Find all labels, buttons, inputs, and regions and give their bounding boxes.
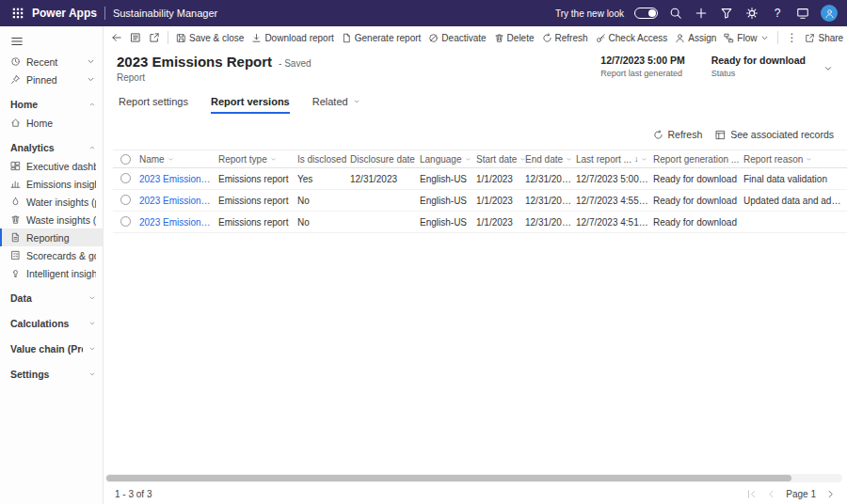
app-launcher-icon[interactable] — [6, 0, 30, 26]
button-label: Delete — [507, 33, 535, 43]
horizontal-scrollbar[interactable] — [105, 474, 842, 482]
tab-report-versions[interactable]: Report versions — [211, 90, 290, 114]
search-icon[interactable] — [668, 0, 683, 26]
column-header-language[interactable]: Language — [420, 154, 476, 165]
sidebar-item-recent[interactable]: Recent — [0, 53, 103, 71]
sidebar-item-waste-insights[interactable]: Waste insights (previ... — [0, 211, 103, 228]
row-select-radio[interactable] — [120, 195, 131, 205]
sidebar-group-value-chain[interactable]: Value chain (Preview) — [0, 339, 103, 358]
cell-start-date: 1/1/2023 — [476, 217, 525, 228]
command-bar: Save & close Download report Generate re… — [104, 26, 847, 47]
tab-label: Report settings — [119, 96, 188, 107]
previous-page-icon[interactable] — [766, 489, 776, 499]
column-header-report-reason[interactable]: Report reason — [743, 154, 847, 165]
refresh-button[interactable]: Refresh — [538, 28, 592, 47]
column-label: Language — [420, 154, 462, 165]
sidebar-item-water-insights[interactable]: Water insights (previ... — [0, 193, 103, 211]
delete-icon — [494, 33, 504, 43]
column-label: Report type — [218, 154, 267, 165]
header-collapse-chevron-icon[interactable] — [823, 54, 834, 83]
help-icon[interactable]: ? — [770, 0, 785, 26]
back-icon[interactable] — [107, 28, 126, 47]
grid-refresh-button[interactable]: Refresh — [653, 129, 703, 140]
sidebar-item-pinned[interactable]: Pinned — [0, 71, 103, 88]
topbar: Power Apps Sustainability Manager Try th… — [0, 0, 847, 26]
sidebar-item-intelligent-insights[interactable]: Intelligent insights (p... — [0, 264, 103, 282]
table-row[interactable]: 2023 Emissions Report Emissions report Y… — [113, 168, 847, 190]
generate-report-button[interactable]: Generate report — [338, 28, 425, 47]
cell-report-type: Emissions report — [218, 196, 297, 206]
next-page-icon[interactable] — [825, 489, 836, 499]
sidebar-item-reporting[interactable]: Reporting — [0, 228, 103, 246]
account-avatar[interactable] — [821, 5, 838, 22]
filter-icon[interactable] — [719, 0, 734, 26]
tab-related[interactable]: Related — [312, 90, 360, 114]
sidebar-group-label: Data — [10, 292, 83, 304]
table-row[interactable]: 2023 Emissions Report Emissions report N… — [113, 212, 847, 233]
assign-button[interactable]: Assign — [671, 28, 720, 47]
droplet-icon — [10, 197, 21, 207]
row-select-radio[interactable] — [120, 216, 131, 227]
flow-button[interactable]: Flow — [720, 28, 774, 47]
cell-name-link[interactable]: 2023 Emissions Report — [139, 196, 218, 206]
cell-report-type: Emissions report — [218, 174, 297, 184]
sidebar-item-home[interactable]: Home — [0, 114, 103, 132]
cell-name-link[interactable]: 2023 Emissions Report — [139, 217, 218, 228]
sidebar-group-home[interactable]: Home — [0, 95, 103, 114]
column-header-report-type[interactable]: Report type — [218, 154, 297, 165]
column-header-end-date[interactable]: End date — [525, 154, 576, 165]
more-commands-icon[interactable]: ⋮ — [782, 28, 801, 47]
sidebar-group-label: Analytics — [10, 142, 83, 153]
share-button[interactable]: Share — [801, 28, 847, 47]
column-header-last-report[interactable]: Last report ... ↓ — [576, 154, 653, 165]
column-header-is-disclosed[interactable]: Is disclosed — [297, 154, 350, 165]
download-report-button[interactable]: Download report — [248, 28, 337, 47]
sidebar-group-settings[interactable]: Settings — [0, 365, 103, 384]
cell-last-report: 12/7/2023 4:55 PM — [576, 196, 653, 206]
delete-button[interactable]: Delete — [490, 28, 538, 47]
cell-name-link[interactable]: 2023 Emissions Report — [139, 174, 218, 184]
deactivate-icon — [428, 33, 439, 43]
sidebar-item-label: Water insights (previ... — [26, 197, 96, 208]
deactivate-button[interactable]: Deactivate — [424, 28, 489, 47]
report-versions-grid: Name Report type Is disclosed Disclosure… — [113, 150, 847, 233]
sidebar-item-scorecards-goals[interactable]: Scorecards & goals — [0, 246, 103, 264]
first-page-icon[interactable] — [746, 489, 757, 499]
report-icon — [10, 232, 21, 243]
share-icon — [805, 33, 815, 43]
sidebar-item-emissions-insights[interactable]: Emissions insights — [0, 175, 103, 193]
column-header-report-generation[interactable]: Report generation ... — [653, 154, 743, 165]
cell-language: English-US — [420, 196, 476, 206]
see-associated-records-button[interactable]: See associated records — [715, 129, 834, 140]
tab-report-settings[interactable]: Report settings — [119, 90, 188, 114]
sidebar-group-analytics[interactable]: Analytics — [0, 138, 103, 157]
column-header-disclosure-date[interactable]: Disclosure date — [350, 154, 420, 165]
open-in-new-window-icon[interactable] — [145, 28, 164, 47]
column-header-name[interactable]: Name — [139, 154, 218, 165]
form-view-icon[interactable] — [126, 28, 145, 47]
sidebar-group-data[interactable]: Data — [0, 289, 103, 307]
app-name[interactable]: Power Apps — [32, 7, 97, 20]
toggle-knob — [648, 9, 656, 17]
sidebar-group-calculations[interactable]: Calculations — [0, 314, 103, 333]
trash-icon — [10, 214, 21, 225]
chart-icon — [10, 179, 21, 189]
clock-icon — [10, 56, 21, 67]
column-header-start-date[interactable]: Start date — [476, 154, 525, 165]
add-icon[interactable] — [694, 0, 709, 26]
column-label: Last report ... — [576, 154, 631, 165]
save-and-close-button[interactable]: Save & close — [172, 28, 248, 47]
select-all-radio[interactable] — [120, 154, 131, 165]
new-look-toggle[interactable] — [634, 8, 658, 19]
sitemap-collapse-icon[interactable] — [0, 30, 103, 53]
settings-gear-icon[interactable] — [744, 0, 759, 26]
table-row[interactable]: 2023 Emissions Report Emissions report N… — [113, 190, 847, 212]
sidebar-item-label: Intelligent insights (p... — [26, 268, 96, 279]
row-select-radio[interactable] — [120, 173, 131, 183]
sidebar-item-label: Waste insights (previ... — [26, 214, 96, 226]
display-icon[interactable] — [795, 0, 810, 26]
sidebar-item-label: Pinned — [26, 74, 80, 86]
scrollbar-thumb[interactable] — [106, 475, 791, 481]
check-access-button[interactable]: Check Access — [592, 28, 672, 47]
sidebar-item-executive-dashboard[interactable]: Executive dashboard — [0, 157, 103, 175]
